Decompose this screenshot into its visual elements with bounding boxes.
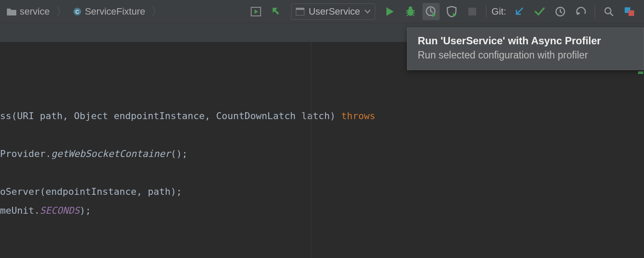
margin-guide [311,42,311,258]
git-revert-button[interactable] [572,3,589,20]
folder-icon [7,8,16,15]
hammer-icon [271,6,282,17]
chevron-right-icon: 〉 [55,4,68,19]
svg-rect-19 [629,10,634,16]
svg-line-17 [610,13,613,16]
breadcrumb-label: ServiceFixture [85,6,146,17]
shield-icon [447,6,457,17]
build-button[interactable] [268,3,285,20]
code-line: ss(URI path, Object endpointInstance, Co… [0,107,644,126]
code-line [0,163,644,182]
run-button[interactable] [381,3,398,20]
code-editor[interactable]: ss(URI path, Object endpointInstance, Co… [0,42,644,258]
inspection-indicator[interactable] [638,71,643,74]
svg-point-6 [409,6,412,10]
code-line [0,126,644,144]
code-line: oServer(endpointInstance, path); [0,182,644,201]
stop-button[interactable] [464,3,481,20]
git-commit-button[interactable] [531,3,548,20]
main-toolbar: service 〉 C ServiceFixture 〉 UserService… [0,0,644,23]
chevron-down-icon [365,9,371,14]
svg-point-16 [605,8,611,14]
breadcrumb-servicefixture[interactable]: C ServiceFixture [70,5,148,18]
tooltip-description: Run selected configuration with profiler [418,49,633,61]
layers-icon [624,7,635,16]
debug-button[interactable] [402,3,419,20]
breadcrumb-service[interactable]: service [4,5,52,18]
svg-line-11 [407,15,408,16]
svg-text:C: C [75,9,79,15]
profiler-icon [425,6,437,17]
profile-button[interactable] [422,3,440,20]
toolbar-divider [486,5,486,18]
svg-line-12 [413,15,414,16]
code-line: meUnit.SECONDS); [0,201,644,220]
application-icon [296,8,304,15]
coverage-button[interactable] [443,3,460,20]
search-icon [604,6,614,17]
toolbar-divider [595,5,595,18]
git-history-button[interactable] [552,3,569,20]
chevron-right-icon: 〉 [150,4,163,19]
search-button[interactable] [600,3,617,20]
stop-icon [468,7,477,16]
build-project-button[interactable] [247,3,264,20]
bug-icon [405,6,416,17]
code-line: Provider.getWebSocketContainer(); [0,144,644,163]
breadcrumb: service 〉 C ServiceFixture 〉 [4,4,163,19]
class-icon: C [73,7,82,16]
clock-icon [555,6,565,17]
git-label: Git: [492,6,506,17]
git-update-button[interactable] [510,3,528,20]
play-icon [385,6,395,17]
checkmark-icon [534,7,545,16]
project-structure-button[interactable] [621,3,638,20]
arrow-down-left-icon [514,6,524,17]
run-config-label: UserService [309,6,360,17]
undo-icon [575,7,586,16]
svg-rect-14 [468,8,476,15]
action-tooltip: Run 'UserService' with Async Profiler Ru… [407,28,644,70]
breadcrumb-label: service [20,6,50,17]
svg-rect-4 [296,8,304,10]
run-configuration-dropdown[interactable]: UserService [291,3,375,20]
play-box-icon [251,7,261,16]
tooltip-title: Run 'UserService' with Async Profiler [418,35,633,47]
